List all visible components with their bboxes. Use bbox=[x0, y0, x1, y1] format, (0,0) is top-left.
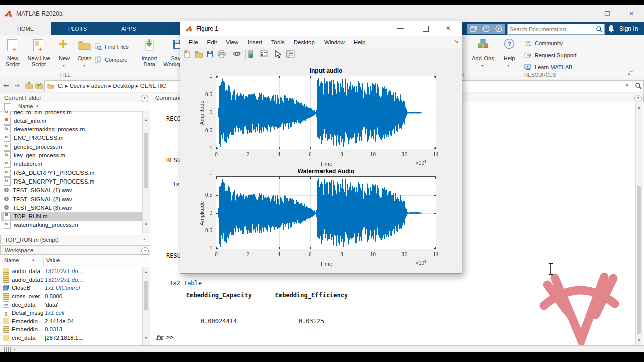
workspace-row[interactable]: {}Detail_mssg1x1 cell bbox=[1, 309, 142, 317]
search-documentation-input[interactable] bbox=[508, 26, 596, 32]
compare-button[interactable]: Compare bbox=[95, 56, 134, 66]
file-row[interactable]: fxdec_to_bin_process.m bbox=[1, 111, 142, 116]
new-button[interactable]: + New ▾ bbox=[54, 37, 74, 75]
workspace-row[interactable]: chdec_data'data' bbox=[1, 300, 142, 309]
workspace-scrollbar[interactable]: ▲ ▼ bbox=[142, 267, 150, 345]
file-row[interactable]: TEST_SIGNAL (2).wav bbox=[1, 195, 142, 203]
forward-button[interactable]: ➡ bbox=[14, 81, 20, 89]
scroll-up-icon[interactable]: ▲ bbox=[143, 117, 149, 123]
file-row[interactable]: fxkey_gen_process.m bbox=[1, 151, 142, 160]
file-row[interactable]: fxmutation.m bbox=[1, 160, 142, 168]
workspace-row[interactable]: cross_over...0.5000 bbox=[1, 292, 142, 301]
new-script-button[interactable]: + New Script bbox=[1, 37, 24, 75]
figure-menu-edit[interactable]: Edit bbox=[203, 39, 222, 45]
scroll-down-icon[interactable]: ▼ bbox=[636, 338, 642, 344]
panel-menu-icon[interactable]: ▾ bbox=[141, 247, 149, 255]
figure-close-button[interactable]: ✕ bbox=[446, 25, 451, 32]
sign-in-link[interactable]: Sign In bbox=[619, 25, 638, 32]
help-label: Help bbox=[499, 55, 519, 61]
file-row[interactable]: TOP_RUN.m bbox=[1, 212, 142, 221]
figure-menu-desktop[interactable]: Desktop bbox=[289, 39, 319, 45]
open-button[interactable]: Open ▾ bbox=[74, 37, 95, 75]
workspace-row[interactable]: audio_data1131072x1 do... bbox=[1, 276, 142, 284]
workspace-column-header[interactable]: Name ▴ Value bbox=[0, 255, 150, 267]
chevron-down-icon: ▾ bbox=[63, 63, 65, 68]
link-plot-icon[interactable] bbox=[233, 50, 242, 59]
request-support-link[interactable]: Request Support bbox=[524, 52, 577, 61]
file-row[interactable]: detail_info.m bbox=[1, 116, 142, 125]
community-link[interactable]: Community bbox=[524, 40, 563, 49]
table-hyperlink[interactable]: table bbox=[184, 280, 202, 287]
panel-menu-icon[interactable]: ▾ bbox=[634, 95, 642, 102]
insert-legend-icon[interactable] bbox=[260, 50, 269, 59]
new-figure-icon[interactable] bbox=[183, 50, 192, 59]
scroll-down-icon[interactable]: ▼ bbox=[143, 222, 149, 228]
find-files-button[interactable]: Find Files bbox=[95, 43, 134, 53]
pointer-tool-icon[interactable] bbox=[275, 50, 284, 59]
up-one-level-icon[interactable] bbox=[25, 82, 33, 89]
import-data-button[interactable]: Import Data bbox=[138, 37, 161, 75]
close-window-button[interactable]: ✕ bbox=[624, 8, 639, 19]
quick-access-dropdown-icon[interactable] bbox=[495, 25, 502, 32]
workspace-row[interactable]: enc_data[2872.1818.1... bbox=[1, 334, 142, 342]
property-editor-icon[interactable] bbox=[286, 50, 295, 59]
notifications-bell-icon[interactable] bbox=[608, 25, 615, 33]
figure-menu-insert[interactable]: Insert bbox=[243, 39, 267, 45]
figure-minimize-button[interactable] bbox=[397, 28, 404, 29]
help-button[interactable]: ? Help ▾ bbox=[499, 37, 519, 75]
search-folder-icon[interactable] bbox=[635, 82, 642, 89]
new-live-script-button[interactable]: + New Live Script bbox=[25, 37, 52, 75]
file-list-column-header[interactable]: Name ▴ bbox=[0, 102, 150, 112]
browse-folder-icon[interactable] bbox=[35, 82, 43, 89]
search-icon[interactable] bbox=[596, 26, 603, 33]
status-details-toggle[interactable]: ▴ bbox=[4, 347, 16, 352]
figure-menu-file[interactable]: File bbox=[184, 39, 203, 45]
file-row[interactable]: fxwatermarking_process.m bbox=[1, 221, 142, 229]
tab-home[interactable]: HOME bbox=[0, 22, 51, 35]
workspace-row[interactable]: Embeddin...2.4414e-04 bbox=[1, 317, 142, 326]
workspace-row[interactable]: audio_data131072x1 do... bbox=[1, 267, 142, 276]
command-window-scrollbar[interactable]: ▲ ▼ bbox=[635, 103, 643, 345]
help-circle-icon[interactable]: ? bbox=[482, 25, 490, 32]
minimize-window-button[interactable]: — bbox=[575, 8, 590, 19]
figure-menu-help[interactable]: Help bbox=[349, 39, 370, 45]
scrollbar-thumb[interactable] bbox=[144, 133, 148, 188]
workspace-row[interactable]: CloseB1x1 UIControl bbox=[1, 284, 142, 292]
tab-apps[interactable]: APPS bbox=[104, 22, 153, 35]
print-figure-icon[interactable] bbox=[218, 50, 227, 59]
command-prompt[interactable]: >> bbox=[166, 334, 173, 341]
scroll-up-icon[interactable]: ▲ bbox=[143, 269, 149, 275]
file-row[interactable]: fxdewatermarking_process.m bbox=[1, 125, 142, 134]
workspace-row[interactable]: Embeddin...0.0313 bbox=[1, 325, 142, 334]
open-file-icon[interactable] bbox=[195, 50, 204, 59]
tab-plots[interactable]: PLOTS bbox=[51, 22, 104, 35]
back-button[interactable]: ⬅ bbox=[3, 81, 9, 89]
figure-titlebar[interactable]: Figure 1 ✕ bbox=[180, 21, 462, 36]
stacked-windows-icon[interactable] bbox=[470, 26, 477, 32]
scroll-up-icon[interactable]: ▲ bbox=[636, 105, 642, 111]
file-row[interactable]: fxRSA_ENCRPYT_PROCESS.m bbox=[1, 177, 142, 186]
collapse-details-icon[interactable]: ▴ bbox=[143, 237, 145, 241]
figure-menu-tools[interactable]: Tools bbox=[267, 39, 289, 45]
insert-colorbar-icon[interactable] bbox=[248, 50, 257, 59]
restore-window-button[interactable]: ❐ bbox=[600, 8, 615, 19]
figure-menu-window[interactable]: Window bbox=[319, 39, 349, 45]
file-row[interactable]: TEST_SIGNAL (1).wav bbox=[1, 186, 142, 195]
scroll-down-icon[interactable]: ▼ bbox=[143, 335, 149, 341]
dock-figure-icon[interactable]: ↘ bbox=[454, 38, 458, 45]
figure-menu-view[interactable]: View bbox=[221, 39, 243, 45]
file-list-scrollbar[interactable]: ▲ ▼ bbox=[142, 111, 150, 234]
file-row[interactable]: TEST_SIGNAL (3).wav bbox=[1, 203, 142, 212]
breadcrumb-dropdown-icon[interactable]: ▾ bbox=[626, 83, 628, 88]
file-row[interactable]: fxRSA_DECRPYT_PROCESS.m bbox=[1, 168, 142, 177]
file-row[interactable]: fxENC_PROCESS.m bbox=[1, 134, 142, 142]
save-figure-icon[interactable] bbox=[206, 50, 215, 59]
scrollbar-thumb[interactable] bbox=[144, 281, 148, 310]
collapse-ribbon-button[interactable]: ▲̅ bbox=[627, 71, 631, 76]
figure-maximize-button[interactable] bbox=[423, 26, 429, 32]
file-row[interactable]: fxgenetic_process.m bbox=[1, 142, 142, 151]
panel-menu-icon[interactable]: ▾ bbox=[141, 95, 148, 102]
add-ons-button[interactable]: Add-Ons ▾ bbox=[472, 37, 494, 75]
scrollbar-thumb[interactable] bbox=[637, 186, 641, 334]
fx-prompt-icon: fx bbox=[156, 334, 163, 341]
